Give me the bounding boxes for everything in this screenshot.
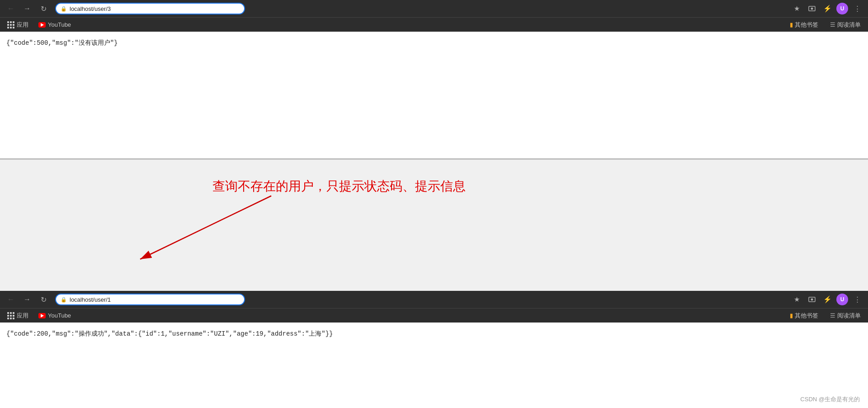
watermark: CSDN @生命是有光的 xyxy=(800,395,860,403)
page-content-1: {"code":500,"msg":"没有该用户"} xyxy=(0,32,868,158)
youtube-label-2: YouTube xyxy=(48,312,71,319)
annotation-text-1: 查询不存在的用户，只提示状态码、提示信息 xyxy=(212,178,466,195)
browser-window-2: ← → ↻ 🔒 localhost/user/1 ★ ⚡ U ⋮ xyxy=(0,291,868,408)
reading-icon-1: ☰ xyxy=(830,21,835,28)
lock-icon-2: 🔒 xyxy=(61,297,67,303)
youtube-play-icon-2 xyxy=(41,314,44,318)
menu-button-2[interactable]: ⋮ xyxy=(851,293,863,306)
bookmarks-left-1: 应用 YouTube xyxy=(5,20,785,30)
star-button-2[interactable]: ★ xyxy=(790,293,803,306)
apps-grid-icon-2 xyxy=(7,312,14,319)
apps-label-2: 应用 xyxy=(17,312,28,320)
reading-icon-2: ☰ xyxy=(830,312,835,319)
address-bar-2[interactable]: 🔒 localhost/user/1 xyxy=(55,294,245,305)
browser-window-1: ← → ↻ 🔒 localhost/user/3 ★ ⚡ U ⋮ xyxy=(0,0,868,160)
refresh-button-1[interactable]: ↻ xyxy=(37,2,50,15)
forward-button-1[interactable]: → xyxy=(21,2,33,15)
reading-list-label-2: 阅读清单 xyxy=(837,312,861,320)
bookmark-icon-1: ▮ xyxy=(790,21,793,28)
youtube-icon-1 xyxy=(38,22,46,28)
back-button-2[interactable]: ← xyxy=(5,293,17,306)
bookmarks-right-2: ▮ 其他书签 ☰ 阅读清单 xyxy=(787,311,863,321)
youtube-icon-2 xyxy=(38,313,46,318)
response-text-1: {"code":500,"msg":"没有该用户"} xyxy=(6,39,118,47)
apps-grid-icon-1 xyxy=(7,21,14,28)
bookmark-icon-2: ▮ xyxy=(790,312,793,319)
other-bookmarks-2[interactable]: ▮ 其他书签 xyxy=(787,311,821,321)
url-text-1: localhost/user/3 xyxy=(70,5,111,12)
profile-avatar-2[interactable]: U xyxy=(836,294,848,305)
address-bar-1[interactable]: 🔒 localhost/user/3 xyxy=(55,3,245,14)
svg-point-1 xyxy=(811,8,813,10)
reading-list-label-1: 阅读清单 xyxy=(837,21,861,29)
bookmarks-bar-1: 应用 YouTube ▮ 其他书签 ☰ 阅读清单 xyxy=(0,17,868,32)
toolbar-2: ← → ↻ 🔒 localhost/user/1 ★ ⚡ U ⋮ xyxy=(0,291,868,308)
back-button-1[interactable]: ← xyxy=(5,2,17,15)
forward-button-2[interactable]: → xyxy=(21,293,33,306)
page-content-2: {"code":200,"msg":"操作成功","data":{"id":1,… xyxy=(0,323,868,408)
youtube-bookmark-2[interactable]: YouTube xyxy=(35,311,75,320)
toolbar-1: ← → ↻ 🔒 localhost/user/3 ★ ⚡ U ⋮ xyxy=(0,0,868,17)
response-text-2: {"code":200,"msg":"操作成功","data":{"id":1,… xyxy=(6,330,333,337)
youtube-bookmark-1[interactable]: YouTube xyxy=(35,20,75,29)
youtube-label-1: YouTube xyxy=(48,21,71,28)
url-text-2: localhost/user/1 xyxy=(70,296,111,303)
reading-list-1[interactable]: ☰ 阅读清单 xyxy=(827,20,863,30)
screenshot-button-2[interactable] xyxy=(806,293,818,306)
apps-button-2[interactable]: 应用 xyxy=(5,311,31,321)
apps-label-1: 应用 xyxy=(17,21,28,29)
address-bar-wrapper-2: 🔒 localhost/user/1 xyxy=(55,294,245,305)
profile-avatar-1[interactable]: U xyxy=(836,3,848,14)
annotation-area-1: 查询不存在的用户，只提示状态码、提示信息 xyxy=(0,160,868,291)
toolbar-right-1: ★ ⚡ U ⋮ xyxy=(790,2,863,15)
other-bookmarks-label-1: 其他书签 xyxy=(795,21,818,29)
bookmarks-right-1: ▮ 其他书签 ☰ 阅读清单 xyxy=(787,20,863,30)
youtube-play-icon-1 xyxy=(41,23,44,27)
address-bar-wrapper-1: 🔒 localhost/user/3 xyxy=(55,3,245,14)
toolbar-right-2: ★ ⚡ U ⋮ xyxy=(790,293,863,306)
other-bookmarks-1[interactable]: ▮ 其他书签 xyxy=(787,20,821,30)
svg-line-3 xyxy=(140,196,271,259)
lock-icon-1: 🔒 xyxy=(61,6,67,12)
refresh-button-2[interactable]: ↻ xyxy=(37,293,50,306)
apps-button-1[interactable]: 应用 xyxy=(5,20,31,30)
reading-list-2[interactable]: ☰ 阅读清单 xyxy=(827,311,863,321)
screenshot-button-1[interactable] xyxy=(806,2,818,15)
svg-point-5 xyxy=(811,299,813,301)
bookmarks-bar-2: 应用 YouTube ▮ 其他书签 ☰ 阅读清单 xyxy=(0,308,868,323)
menu-button-1[interactable]: ⋮ xyxy=(851,2,863,15)
star-button-1[interactable]: ★ xyxy=(790,2,803,15)
bookmarks-left-2: 应用 YouTube xyxy=(5,311,785,321)
extensions-button-2[interactable]: ⚡ xyxy=(821,293,834,306)
extensions-button-1[interactable]: ⚡ xyxy=(821,2,834,15)
other-bookmarks-label-2: 其他书签 xyxy=(795,312,818,320)
